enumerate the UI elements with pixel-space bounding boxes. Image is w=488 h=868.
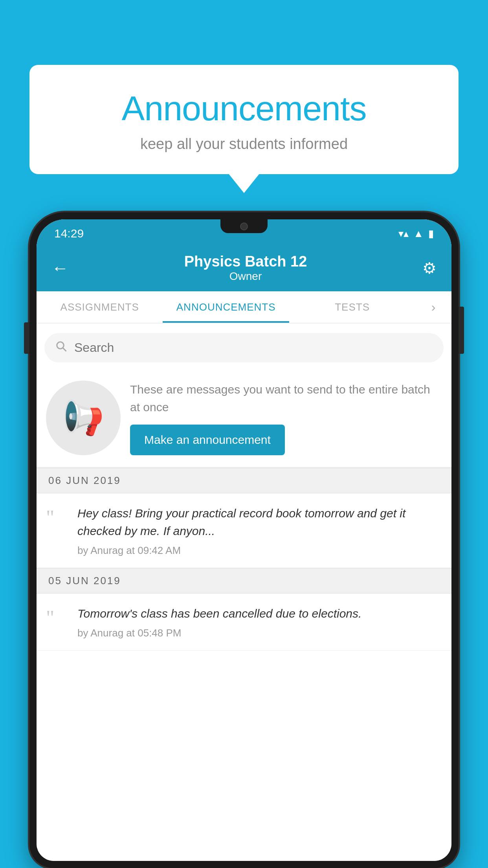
quote-icon-2: " [46,608,70,639]
announcement-item-2[interactable]: " Tomorrow's class has been cancelled du… [37,594,451,651]
status-time: 14:29 [54,227,84,240]
content-area: 📢 These are messages you want to send to… [37,324,451,861]
speech-bubble-subtitle: keep all your students informed [49,136,439,153]
date-separator-1: 06 JUN 2019 [37,468,451,493]
announcement-meta-1: by Anurag at 09:42 AM [77,544,442,557]
megaphone-icon-container: 📢 [46,381,121,455]
notch-camera [240,223,248,230]
status-icons: ▾▴ ▲ ▮ [398,228,434,240]
announcement-text-2: Tomorrow's class has been cancelled due … [77,605,442,622]
batch-title: Physics Batch 12 [72,253,419,270]
app-bar-title-group: Physics Batch 12 Owner [72,253,419,283]
announcement-text-1: Hey class! Bring your practical record b… [77,504,442,540]
announcement-item-1[interactable]: " Hey class! Bring your practical record… [37,493,451,568]
phone-notch [220,219,268,233]
phone-screen: 14:29 ▾▴ ▲ ▮ ← Physics Batch 12 Owner ⚙ … [37,219,451,861]
speech-bubble-title: Announcements [49,88,439,129]
tab-more[interactable]: › [415,291,451,323]
phone-frame: 14:29 ▾▴ ▲ ▮ ← Physics Batch 12 Owner ⚙ … [29,212,459,868]
signal-icon: ▲ [413,228,424,240]
svg-line-1 [63,348,66,351]
announcement-body-1: Hey class! Bring your practical record b… [77,504,442,557]
megaphone-icon: 📢 [62,398,104,438]
svg-point-0 [57,342,64,349]
battery-icon: ▮ [428,228,434,240]
tab-assignments[interactable]: ASSIGNMENTS [37,291,163,323]
search-bar[interactable] [44,333,444,362]
make-announcement-button[interactable]: Make an announcement [130,425,285,455]
back-button[interactable]: ← [48,255,72,281]
date-separator-2: 05 JUN 2019 [37,568,451,594]
tab-tests[interactable]: TESTS [289,291,415,323]
app-bar: ← Physics Batch 12 Owner ⚙ [37,245,451,291]
promo-content: These are messages you want to send to t… [130,381,442,455]
batch-role: Owner [72,270,419,283]
tabs: ASSIGNMENTS ANNOUNCEMENTS TESTS › [37,291,451,324]
search-input[interactable] [74,340,433,355]
announcement-body-2: Tomorrow's class has been cancelled due … [77,605,442,639]
announcement-meta-2: by Anurag at 05:48 PM [77,627,442,639]
wifi-icon: ▾▴ [398,228,409,240]
announcement-promo: 📢 These are messages you want to send to… [37,369,451,468]
tab-announcements[interactable]: ANNOUNCEMENTS [163,291,289,323]
promo-description: These are messages you want to send to t… [130,381,442,416]
settings-button[interactable]: ⚙ [419,256,440,280]
quote-icon-1: " [46,508,70,557]
search-icon [55,340,67,355]
speech-bubble: Announcements keep all your students inf… [29,65,459,174]
